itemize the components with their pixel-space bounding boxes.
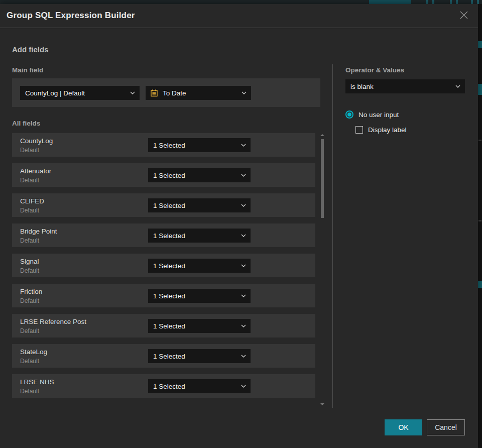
field-row: Bridge PointDefault1 Selected [12,223,315,247]
group-sql-expression-builder-dialog: Group SQL Expression Builder Add fields … [0,4,478,448]
field-type-label: Default [20,267,39,274]
all-fields-label: All fields [12,120,40,127]
field-name: LRSE Reference Post [20,318,86,325]
chevron-down-icon [241,144,246,147]
vertical-divider [332,64,333,408]
list-scrollbar[interactable] [320,133,325,407]
main-field-dropdown[interactable]: CountyLog | Default [20,86,140,100]
field-type-label: Default [20,207,39,214]
operator-dropdown[interactable]: is blank [345,79,465,93]
field-selection-dropdown[interactable]: 1 Selected [148,319,251,333]
date-field-dropdown-value: To Date [163,89,186,97]
main-field-label: Main field [12,66,43,74]
chevron-down-icon [241,385,246,388]
background-right-strip [478,4,482,448]
toolbar-icon-fragment [471,0,473,4]
field-selection-dropdown[interactable]: 1 Selected [148,138,251,152]
all-fields-list: CountyLogDefault1 SelectedAttenuatorDefa… [12,133,315,404]
main-field-box: CountyLog | Default To Date [12,78,320,107]
checkbox-unchecked-icon [355,126,363,134]
display-label-checkbox[interactable]: Display label [355,126,407,134]
field-selection-dropdown[interactable]: 1 Selected [148,349,251,363]
close-icon [459,11,468,22]
field-row: LRSE Reference PostDefault1 Selected [12,314,315,338]
field-name: Attenuator [20,167,51,175]
screen: Live view Group SQL Expression Builder A… [0,0,482,448]
cancel-button[interactable]: Cancel [427,419,465,435]
background-fragment [478,84,482,95]
background-fragment [478,41,482,48]
field-selection-value: 1 Selected [153,262,185,270]
main-field-dropdown-value: CountyLog | Default [25,89,85,97]
scrollbar-down-arrow-icon[interactable] [320,403,324,405]
field-selection-value: 1 Selected [153,142,185,149]
field-type-label: Default [20,358,39,365]
background-fragment [478,140,481,141]
field-selection-dropdown[interactable]: 1 Selected [148,198,251,212]
toolbar-icon-fragment [456,0,458,4]
field-type-label: Default [20,327,39,334]
no-user-input-radio[interactable]: No user input [345,110,399,119]
field-selection-dropdown[interactable]: 1 Selected [148,379,251,393]
field-name: CLIFED [20,197,44,205]
calendar-icon [150,89,158,97]
field-selection-value: 1 Selected [153,322,185,330]
chevron-down-icon [241,294,246,297]
operator-dropdown-value: is blank [350,83,374,90]
radio-selected-icon [345,110,353,119]
field-selection-value: 1 Selected [153,353,185,360]
field-selection-value: 1 Selected [153,383,185,390]
field-row: LRSE NHSDefault1 Selected [12,374,315,398]
field-type-label: Default [20,297,39,304]
display-label-text: Display label [368,126,407,134]
field-name: Bridge Point [20,228,57,235]
chevron-down-icon [241,174,246,177]
field-type-label: Default [20,388,39,395]
toolbar-icon-fragment [450,0,452,4]
scrollbar-up-arrow-icon[interactable] [320,134,324,136]
field-type-label: Default [20,237,39,244]
dialog-title: Group SQL Expression Builder [7,11,135,21]
background-fragment [478,281,482,288]
field-type-label: Default [20,147,39,154]
chevron-down-icon [130,91,135,94]
field-row: CLIFEDDefault1 Selected [12,193,315,217]
field-selection-value: 1 Selected [153,172,185,179]
toolbar-icon-fragment [426,0,428,4]
field-row: AttenuatorDefault1 Selected [12,163,315,187]
field-selection-value: 1 Selected [153,292,185,300]
field-row: StateLogDefault1 Selected [12,344,315,368]
chevron-down-icon [241,234,246,237]
field-type-label: Default [20,177,39,184]
field-name: Signal [20,258,39,265]
field-name: CountyLog [20,137,53,145]
chevron-down-icon [455,85,460,88]
live-view-button[interactable]: Live view [369,0,411,4]
chevron-down-icon [241,324,246,327]
field-row: CountyLogDefault1 Selected [12,133,315,157]
scrollbar-thumb[interactable] [321,139,324,218]
chevron-down-icon [241,204,246,207]
field-selection-dropdown[interactable]: 1 Selected [148,229,251,243]
close-button[interactable] [458,10,470,22]
field-selection-value: 1 Selected [153,202,185,209]
field-selection-dropdown[interactable]: 1 Selected [148,289,251,303]
field-selection-dropdown[interactable]: 1 Selected [148,259,251,273]
field-name: StateLog [20,348,47,356]
chevron-down-icon [241,264,246,267]
no-user-input-label: No user input [358,111,399,119]
toolbar-icon-fragment [477,0,479,4]
live-view-label: Live view [381,0,405,1]
date-field-dropdown[interactable]: To Date [146,86,251,100]
field-selection-value: 1 Selected [153,232,185,240]
toolbar-icon-fragment [432,0,434,4]
chevron-down-icon [242,91,247,94]
field-name: Friction [20,288,42,295]
chevron-down-icon [241,355,246,358]
add-fields-heading: Add fields [12,45,49,54]
operator-values-label: Operator & Values [345,66,404,74]
background-fragment [478,220,481,221]
ok-button[interactable]: OK [385,419,422,435]
field-selection-dropdown[interactable]: 1 Selected [148,168,251,182]
field-row: SignalDefault1 Selected [12,254,315,277]
